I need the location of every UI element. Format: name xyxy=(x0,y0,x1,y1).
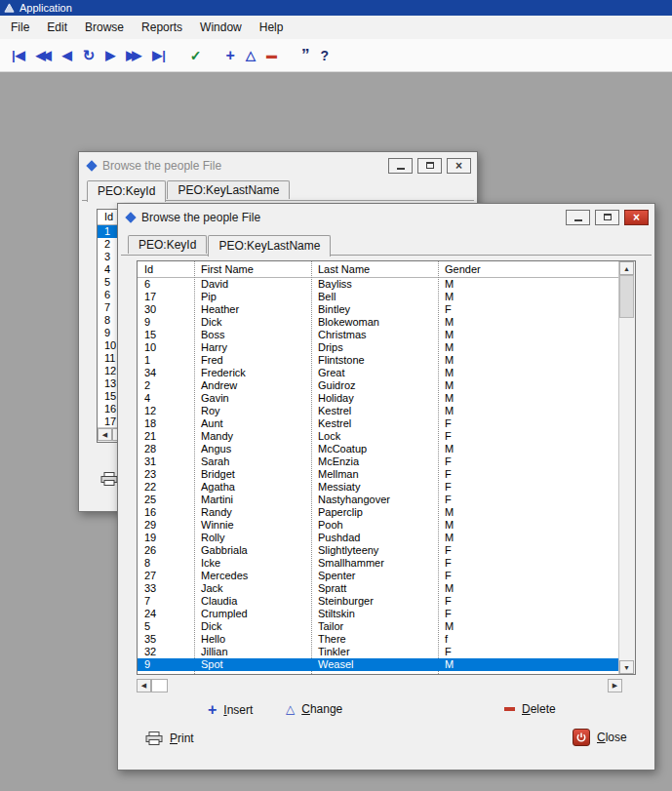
delete-button[interactable]: Delete xyxy=(504,702,556,716)
front-tab-0[interactable]: PEO:KeyId xyxy=(128,235,207,254)
table-cell: Mellman xyxy=(318,468,359,481)
menu-item-window[interactable]: Window xyxy=(191,18,251,37)
table-row[interactable]: 16RandyPaperclipM xyxy=(138,506,619,519)
table-cell: Pushdad xyxy=(318,532,360,544)
table-cell: 29 xyxy=(144,519,156,532)
table-row[interactable]: 30HeatherBintleyF xyxy=(138,303,619,316)
back-tab-0[interactable]: PEO:KeyId xyxy=(87,180,166,202)
table-row[interactable]: 5DickTailorM xyxy=(138,620,619,633)
front-tab-1[interactable]: PEO:KeyLastName xyxy=(208,235,331,257)
table-cell: Frederick xyxy=(201,367,246,379)
back-tab-1[interactable]: PEO:KeyLastName xyxy=(167,180,290,199)
table-row[interactable]: 15BossChristmasM xyxy=(138,329,619,341)
close-button[interactable]: × xyxy=(447,158,471,174)
scroll-thumb[interactable] xyxy=(151,679,168,692)
table-row[interactable]: 33JackSprattM xyxy=(138,582,619,595)
maximize-button[interactable] xyxy=(417,158,442,174)
table-row[interactable]: 22AgathaMessiatyF xyxy=(138,481,619,494)
table-row[interactable]: 7ClaudiaSteinburgerF xyxy=(138,595,619,608)
scroll-up-arrow[interactable]: ▲ xyxy=(619,261,634,275)
table-row[interactable]: 32JillianTinklerF xyxy=(138,646,619,658)
change-icon[interactable]: △ xyxy=(246,49,256,61)
table-cell: Blokewoman xyxy=(318,316,379,329)
table-row[interactable]: 4GavinHolidayM xyxy=(138,392,619,405)
refresh-icon[interactable]: ↻ xyxy=(83,48,96,62)
scroll-left-arrow[interactable]: ◀ xyxy=(98,428,112,441)
scroll-thumb[interactable] xyxy=(619,275,634,318)
menu-item-file[interactable]: File xyxy=(2,18,38,37)
table-row[interactable]: 24CrumpledStiltskinF xyxy=(138,608,619,620)
table-row[interactable]: 21MandyLockF xyxy=(138,430,619,443)
table-cell: Martini xyxy=(201,494,233,506)
maximize-button[interactable] xyxy=(595,210,619,225)
table-row[interactable]: 2AndrewGuidrozM xyxy=(138,379,619,392)
table-cell: f xyxy=(445,633,448,646)
maximize-icon xyxy=(426,162,434,169)
scroll-right-arrow[interactable]: ▶ xyxy=(608,679,622,692)
insert-icon[interactable]: + xyxy=(226,48,235,63)
vertical-scrollbar[interactable]: ▲ ▼ xyxy=(618,261,635,674)
table-row[interactable]: 34FrederickGreatM xyxy=(138,367,619,379)
table-row[interactable]: 17PipBellM xyxy=(138,291,619,303)
back-window-titlebar[interactable]: Browse the people File × xyxy=(79,152,477,178)
table-cell: F xyxy=(445,417,452,430)
minimize-button[interactable] xyxy=(388,158,413,174)
app-titlebar[interactable]: Application xyxy=(0,0,672,16)
minimize-button[interactable] xyxy=(566,210,590,225)
table-row[interactable]: 25MartiniNastyhangoverF xyxy=(138,494,619,506)
table-row[interactable]: 35HelloTheref xyxy=(138,633,619,646)
column-header-gender[interactable]: Gender xyxy=(445,261,481,277)
change-button[interactable]: △ Change xyxy=(286,702,342,716)
scroll-down-arrow[interactable]: ▼ xyxy=(619,660,634,674)
table-row[interactable]: 19RollyPushdadM xyxy=(138,532,619,544)
table-cell: M xyxy=(445,278,454,291)
delete-icon[interactable]: ▬ xyxy=(266,50,277,60)
scroll-left-arrow[interactable]: ◀ xyxy=(137,679,151,692)
select-icon[interactable]: ✓ xyxy=(190,49,202,62)
table-row[interactable]: 8IckeSmallhammerF xyxy=(138,557,619,570)
table-row[interactable]: 9DickBlokewomanM xyxy=(138,316,619,329)
page-down-icon[interactable]: ▶▶ xyxy=(126,49,141,61)
column-header-first-name[interactable]: First Name xyxy=(201,261,254,277)
ditto-icon[interactable]: ” xyxy=(301,47,310,63)
table-row[interactable]: 18AuntKestrelF xyxy=(138,417,619,430)
menu-item-reports[interactable]: Reports xyxy=(133,18,191,37)
table-cell: Boss xyxy=(201,329,224,341)
table-row[interactable]: 31SarahMcEnziaF xyxy=(138,455,619,468)
close-window-button[interactable]: Close xyxy=(573,729,627,746)
last-record-icon[interactable]: ▶| xyxy=(152,49,166,61)
insert-button[interactable]: + Insert xyxy=(208,702,253,718)
table-row[interactable]: 29WinniePoohM xyxy=(138,519,619,532)
horizontal-scrollbar[interactable]: ◀ ▶ xyxy=(137,679,622,692)
table-row[interactable]: 28AngusMcCoatupM xyxy=(138,443,619,455)
menu-item-help[interactable]: Help xyxy=(251,18,293,37)
table-row[interactable]: 9SpotWeaselM xyxy=(138,658,619,671)
table-row[interactable]: 12RoyKestrelM xyxy=(138,405,619,417)
column-header-id[interactable]: Id xyxy=(144,261,153,277)
table-row[interactable]: 23BridgetMellmanF xyxy=(138,468,619,481)
table-cell: Pip xyxy=(201,291,217,303)
first-record-icon[interactable]: |◀ xyxy=(12,49,25,61)
table-cell: 19 xyxy=(144,532,156,544)
menu-item-browse[interactable]: Browse xyxy=(76,18,133,37)
next-record-icon[interactable]: ▶ xyxy=(105,49,115,61)
table-row[interactable]: 1FredFlintstoneM xyxy=(138,354,619,367)
table-cell: 16 xyxy=(144,506,156,519)
column-header-last-name[interactable]: Last Name xyxy=(318,261,370,277)
previous-record-icon[interactable]: ◀ xyxy=(62,49,72,61)
close-button[interactable]: × xyxy=(624,210,649,225)
table-cell: Harry xyxy=(201,341,227,354)
back-window-controls: × xyxy=(388,158,471,174)
page-up-icon[interactable]: ◀◀ xyxy=(36,49,52,61)
back-window-title: Browse the people File xyxy=(102,159,221,173)
table-row[interactable]: 6DavidBaylissM xyxy=(138,278,619,291)
table-row[interactable]: 10HarryDripsM xyxy=(138,341,619,354)
help-icon[interactable]: ? xyxy=(320,49,329,62)
print-button[interactable]: Print xyxy=(145,732,194,745)
menu-item-edit[interactable]: Edit xyxy=(38,18,76,37)
table-row[interactable]: 27MercedesSpenterF xyxy=(138,570,619,582)
table-cell: Flintstone xyxy=(318,354,365,367)
table-cell: F xyxy=(445,557,452,570)
table-row[interactable]: 26GabbrialaSlightlyteenyF xyxy=(138,544,619,557)
front-window-titlebar[interactable]: Browse the people File × xyxy=(118,204,654,230)
